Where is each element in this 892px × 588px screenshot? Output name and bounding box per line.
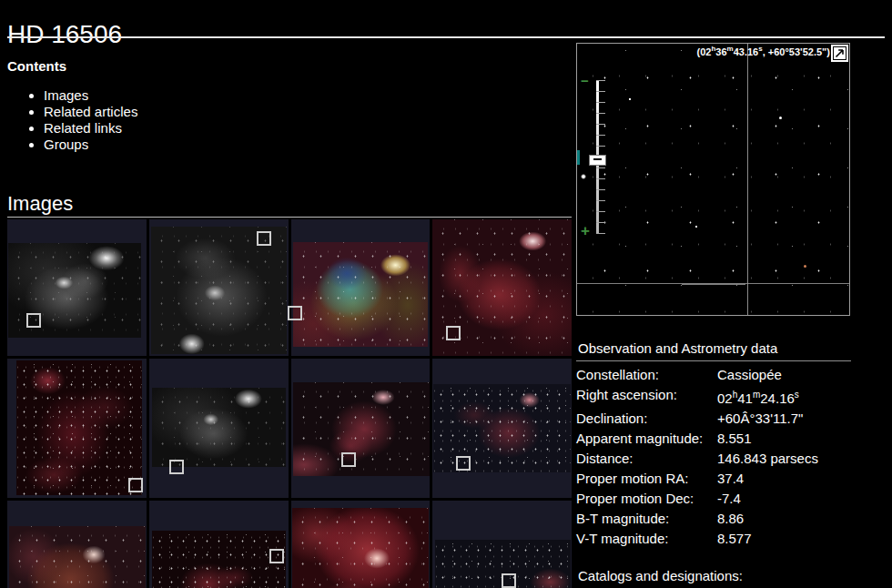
observation-row: Declination:+60Â°33'11.7" — [576, 409, 851, 429]
observation-label: Proper motion RA: — [576, 469, 717, 489]
image-region-marker — [257, 231, 271, 246]
zoom-in-button[interactable]: + — [581, 222, 590, 240]
image-thumbnail-grid — [7, 219, 572, 588]
zoom-slider-handle[interactable] — [589, 155, 606, 166]
observation-label: Proper motion Dec: — [576, 489, 717, 509]
map-star-dot — [629, 98, 631, 100]
heart-nebula-grayscale-2 — [151, 227, 287, 354]
images-divider — [7, 217, 572, 218]
map-teal-marker — [577, 150, 580, 165]
observation-row: Apparent magnitude:8.551 — [576, 429, 851, 449]
observation-value: Cassiopée — [717, 365, 851, 385]
image-region-marker — [26, 313, 41, 328]
contents-link-groups[interactable]: Groups — [44, 137, 88, 152]
observation-row: Proper motion Dec:-7.4 — [576, 489, 851, 509]
contents-item: Images — [44, 87, 572, 104]
image-region-marker — [341, 452, 356, 467]
image-thumbnail-8[interactable] — [432, 359, 572, 498]
image-thumbnail-5[interactable] — [7, 359, 147, 498]
observation-table: Constellation:CassiopéeRight ascension:0… — [576, 365, 851, 549]
image-region-marker — [456, 456, 471, 471]
image-region-marker — [288, 306, 302, 320]
observation-row: B-T magnitude:8.86 — [576, 509, 851, 529]
observation-label: Apparent magnitude: — [576, 429, 717, 449]
contents-link-related-links[interactable]: Related links — [44, 120, 122, 136]
title-divider — [7, 36, 885, 38]
contents-item: Related articles — [44, 104, 572, 120]
map-grid-line-vertical — [747, 44, 748, 315]
image-thumbnail-10[interactable] — [149, 501, 289, 588]
image-region-marker — [128, 478, 143, 492]
main-content: Contents ImagesRelated articlesRelated l… — [7, 51, 572, 588]
observation-label: Right ascension: — [576, 385, 717, 409]
map-expand-button[interactable] — [833, 46, 846, 60]
zoom-out-button[interactable]: − — [581, 73, 589, 88]
observation-label: B-T magnitude: — [576, 509, 717, 529]
heart-nebula-dim-red — [152, 531, 286, 588]
heart-nebula-grayscale-3 — [152, 388, 286, 467]
map-star-dot — [779, 117, 782, 119]
heart-nebula-red-starfield — [433, 384, 571, 472]
observation-value: +60Â°33'11.7" — [717, 409, 851, 429]
observation-value: 8.551 — [717, 429, 851, 449]
observation-value: 8.577 — [717, 529, 851, 549]
contents-link-images[interactable]: Images — [44, 87, 88, 103]
image-thumbnail-3[interactable] — [291, 219, 431, 356]
map-star-dot — [695, 226, 697, 228]
observation-row: V-T magnitude:8.577 — [576, 529, 851, 549]
image-region-marker — [169, 460, 184, 474]
map-grid-line-horizontal-2 — [682, 284, 745, 285]
observation-label: Constellation: — [576, 365, 717, 385]
observation-value: -7.4 — [717, 489, 851, 509]
images-section-heading: Images — [7, 193, 572, 214]
heart-nebula-false-color — [293, 242, 428, 347]
image-region-marker — [502, 573, 516, 588]
contents-list: ImagesRelated articlesRelated linksGroup… — [7, 87, 572, 153]
observation-row: Right ascension:02h41m24.16s — [576, 385, 851, 409]
observation-value: 8.86 — [717, 509, 851, 529]
observation-heading: Observation and Astrometry data — [576, 340, 851, 361]
heart-nebula-red-2 — [293, 382, 430, 476]
observation-label: Distance: — [576, 449, 717, 469]
image-thumbnail-4[interactable] — [432, 219, 572, 356]
contents-item: Related links — [44, 120, 572, 137]
contents-link-related-articles[interactable]: Related articles — [44, 104, 137, 119]
map-coordinates-label: (02h36m43.16s, +60°53'52.5") — [697, 45, 830, 57]
observation-label: V-T magnitude: — [576, 529, 717, 549]
observation-row: Proper motion RA:37.4 — [576, 469, 851, 489]
heart-nebula-dark-red-portrait — [16, 360, 142, 495]
image-thumbnail-11[interactable] — [291, 501, 431, 588]
image-region-marker — [446, 326, 461, 340]
catalogs-heading: Catalogs and designations: — [576, 568, 851, 588]
observation-row: Constellation:Cassiopée — [576, 365, 851, 385]
observation-value: 02h41m24.16s — [717, 385, 851, 409]
image-thumbnail-2[interactable] — [149, 219, 289, 356]
sidebar: (02h36m43.16s, +60°53'52.5") − + Observa… — [576, 43, 851, 588]
observation-value: 146.843 parsecs — [717, 449, 851, 469]
image-region-marker — [269, 549, 284, 563]
map-orange-star — [804, 265, 806, 268]
heart-nebula-color-wide — [9, 526, 146, 588]
observation-table-body: Constellation:CassiopéeRight ascension:0… — [576, 365, 851, 549]
image-thumbnail-6[interactable] — [149, 359, 289, 498]
observation-label: Declination: — [576, 409, 717, 429]
image-thumbnail-12[interactable] — [432, 501, 572, 588]
page-title: HD 16506 — [7, 20, 122, 49]
expand-arrow-icon — [834, 47, 846, 59]
observation-row: Distance:146.843 parsecs — [576, 449, 851, 469]
sky-map[interactable]: (02h36m43.16s, +60°53'52.5") − + — [576, 43, 850, 316]
image-thumbnail-1[interactable] — [7, 219, 147, 356]
image-thumbnail-7[interactable] — [291, 359, 431, 498]
contents-item: Groups — [44, 137, 572, 153]
observation-value: 37.4 — [717, 469, 851, 489]
contents-heading: Contents — [7, 58, 572, 74]
heart-nebula-bright-red — [292, 508, 429, 588]
image-thumbnail-9[interactable] — [7, 501, 147, 588]
map-zoom-slider[interactable]: − + — [581, 78, 608, 244]
